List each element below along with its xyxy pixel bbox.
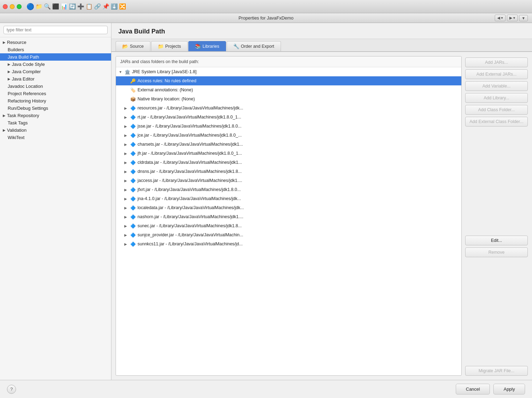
add-jars-button[interactable]: Add JARs... bbox=[465, 58, 528, 67]
lib-item-jce-jar[interactable]: ▶ 🔷 jce.jar - /Library/Java/JavaVirtualM… bbox=[116, 131, 461, 140]
edit-button[interactable]: Edit... bbox=[465, 236, 528, 245]
sidebar-item-java-editor[interactable]: ▶ Java Editor bbox=[0, 75, 111, 83]
jar-icon: 🔷 bbox=[130, 205, 136, 211]
add-external-jars-button[interactable]: Add External JARs... bbox=[465, 69, 528, 79]
sidebar-item-label: Java Compiler bbox=[12, 69, 41, 74]
jar-icon: 🔷 bbox=[130, 186, 136, 193]
lib-item-nashorn-jar[interactable]: ▶ 🔷 nashorn.jar - /Library/Java/JavaVirt… bbox=[116, 212, 461, 221]
remove-button[interactable]: Remove bbox=[465, 247, 528, 257]
expand-icon: ▶ bbox=[124, 233, 128, 237]
expand-icon: ▶ bbox=[124, 152, 128, 155]
add-variable-button[interactable]: Add Variable... bbox=[465, 81, 528, 91]
apply-button[interactable]: Apply bbox=[493, 384, 525, 395]
expand-icon: ▶ bbox=[3, 114, 6, 117]
sidebar-item-label: Validation bbox=[7, 128, 26, 133]
annotation-icon: 🏷️ bbox=[130, 87, 136, 93]
page-header: Java Build Path bbox=[111, 23, 532, 39]
forward-button[interactable]: ▶ ▾ bbox=[507, 15, 518, 21]
expand-icon: ▶ bbox=[8, 77, 10, 81]
close-button[interactable] bbox=[3, 4, 8, 9]
lib-item-sunec-jar[interactable]: ▶ 🔷 sunec.jar - /Library/Java/JavaVirtua… bbox=[116, 221, 461, 230]
native-icon: 📦 bbox=[130, 96, 136, 102]
lib-item-label: jfxrt.jar - /Library/Java/JavaVirtualMac… bbox=[138, 187, 241, 192]
cancel-button[interactable]: Cancel bbox=[456, 384, 490, 395]
add-external-class-folder-button[interactable]: Add External Class Folder... bbox=[465, 117, 528, 127]
content-area: Java Build Path 📂 Source 📁 Projects 📚 Li… bbox=[111, 23, 532, 380]
lib-item-localedata-jar[interactable]: ▶ 🔷 localedata.jar - /Library/Java/JavaV… bbox=[116, 203, 461, 212]
expand-icon: ▶ bbox=[124, 179, 128, 183]
toolbar: 🔵 📁 🔍 ⬛ 📊 🔄 ➕ 📋 🔗 📌 ⬇️ 🔀 bbox=[0, 0, 532, 13]
title-bar: Properties for JavaFxDemo ◀ ▾ ▶ ▾ ▼ bbox=[0, 13, 532, 23]
sidebar-item-label: Java Code Style bbox=[12, 62, 45, 67]
sidebar-item-task-repository[interactable]: ▶ Task Repository bbox=[0, 112, 111, 119]
sidebar-item-label: Builders bbox=[8, 47, 24, 52]
order-export-icon: 🔧 bbox=[233, 44, 239, 49]
maximize-button[interactable] bbox=[17, 4, 22, 9]
lib-item-label: jce.jar - /Library/Java/JavaVirtualMachi… bbox=[138, 133, 242, 138]
lib-item-access-rules[interactable]: 🔑 Access rules: No rules defined bbox=[116, 76, 461, 85]
panel-body: JARs and class folders on the build path… bbox=[111, 52, 532, 380]
lib-item-resources-jar[interactable]: ▶ 🔷 resources.jar - /Library/Java/JavaVi… bbox=[116, 104, 461, 113]
sidebar-item-java-compiler[interactable]: ▶ Java Compiler bbox=[0, 68, 111, 75]
expand-icon: ▶ bbox=[124, 106, 128, 110]
lib-item-sunnkcs11-jar[interactable]: ▶ 🔷 sunnkcs11.jar - /Library/Java/JavaVi… bbox=[116, 239, 461, 248]
jar-icon: 🔷 bbox=[130, 177, 136, 184]
sidebar-item-project-references[interactable]: Project References bbox=[0, 90, 111, 97]
lib-item-jna-jar[interactable]: ▶ 🔷 jna-4.1.0.jar - /Library/Java/JavaVi… bbox=[116, 194, 461, 203]
lib-item-jre-system-lib[interactable]: ▼ 🏛️ JRE System Library [JavaSE-1.8] bbox=[116, 67, 461, 76]
nav-arrows: ◀ ▾ ▶ ▾ ▼ bbox=[495, 15, 528, 21]
tab-projects[interactable]: 📁 Projects bbox=[151, 41, 188, 51]
sidebar-item-refactoring-history[interactable]: Refactoring History bbox=[0, 97, 111, 105]
lib-item-dnsns-jar[interactable]: ▶ 🔷 dnsns.jar - /Library/Java/JavaVirtua… bbox=[116, 167, 461, 176]
tab-projects-label: Projects bbox=[165, 44, 181, 49]
sidebar-item-label: Run/Debug Settings bbox=[8, 106, 48, 111]
sidebar-item-label: Java Build Path bbox=[8, 54, 39, 60]
sidebar-item-validation[interactable]: ▶ Validation bbox=[0, 127, 111, 134]
lib-item-jsse-jar[interactable]: ▶ 🔷 jsse.jar - /Library/Java/JavaVirtual… bbox=[116, 122, 461, 131]
add-library-button[interactable]: Add Library... bbox=[465, 93, 528, 103]
minimize-button[interactable] bbox=[10, 4, 15, 9]
footer-buttons: Cancel Apply bbox=[456, 384, 525, 395]
add-class-folder-button[interactable]: Add Class Folder... bbox=[465, 105, 528, 115]
tab-source[interactable]: 📂 Source bbox=[116, 41, 150, 51]
help-button[interactable]: ? bbox=[7, 385, 16, 394]
lib-item-native-library[interactable]: 📦 Native library location: (None) bbox=[116, 94, 461, 104]
lib-item-jfxrt-jar[interactable]: ▶ 🔷 jfxrt.jar - /Library/Java/JavaVirtua… bbox=[116, 185, 461, 194]
expand-icon: ▶ bbox=[124, 242, 128, 246]
menu-button[interactable]: ▼ bbox=[519, 15, 528, 21]
window-title: Properties for JavaFxDemo bbox=[238, 15, 294, 21]
sidebar: ▶ Resource Builders Java Build Path ▶ Ja… bbox=[0, 23, 111, 380]
tab-order-export-label: Order and Export bbox=[241, 44, 274, 49]
sidebar-item-java-code-style[interactable]: ▶ Java Code Style bbox=[0, 61, 111, 68]
sidebar-item-task-tags[interactable]: Task Tags bbox=[0, 119, 111, 127]
lib-item-sunjce-jar[interactable]: ▶ 🔷 sunjce_provider.jar - /Library/Java/… bbox=[116, 230, 461, 239]
sidebar-item-label: Java Editor bbox=[12, 76, 34, 82]
sidebar-item-label: Refactoring History bbox=[8, 98, 46, 104]
sidebar-item-java-build-path[interactable]: Java Build Path bbox=[0, 53, 111, 61]
tab-libraries[interactable]: 📚 Libraries bbox=[188, 41, 226, 51]
tab-order-export[interactable]: 🔧 Order and Export bbox=[227, 41, 281, 51]
sidebar-item-run-debug-settings[interactable]: Run/Debug Settings bbox=[0, 105, 111, 112]
lib-item-charsets-jar[interactable]: ▶ 🔷 charsets.jar - /Library/Java/JavaVir… bbox=[116, 140, 461, 149]
back-button[interactable]: ◀ ▾ bbox=[495, 15, 506, 21]
lib-item-label: jsse.jar - /Library/Java/JavaVirtualMach… bbox=[138, 124, 242, 129]
jar-icon: 🔷 bbox=[130, 196, 136, 202]
lib-item-label: dnsns.jar - /Library/Java/JavaVirtualMac… bbox=[138, 169, 242, 174]
lib-item-rt-jar[interactable]: ▶ 🔷 rt.jar - /Library/Java/JavaVirtualMa… bbox=[116, 113, 461, 122]
lib-item-jaccess-jar[interactable]: ▶ 🔷 jaccess.jar - /Library/Java/JavaVirt… bbox=[116, 176, 461, 185]
migrate-jar-button[interactable]: Migrate JAR File... bbox=[465, 366, 528, 376]
source-icon: 📂 bbox=[122, 44, 128, 49]
sidebar-item-builders[interactable]: Builders bbox=[0, 46, 111, 53]
lib-item-external-annotations[interactable]: 🏷️ External annotations: (None) bbox=[116, 85, 461, 94]
jar-icon: 🔷 bbox=[130, 214, 136, 220]
sidebar-item-resource[interactable]: ▶ Resource bbox=[0, 39, 111, 46]
sidebar-item-wikitext[interactable]: WikiText bbox=[0, 134, 111, 141]
lib-item-cldrdata-jar[interactable]: ▶ 🔷 cldrdata.jar - /Library/Java/JavaVir… bbox=[116, 158, 461, 167]
lib-item-jfr-jar[interactable]: ▶ 🔷 jfr.jar - /Library/Java/JavaVirtualM… bbox=[116, 149, 461, 158]
traffic-lights bbox=[3, 4, 22, 9]
filter-input[interactable] bbox=[3, 26, 108, 34]
page-title: Java Build Path bbox=[118, 28, 165, 35]
filter-container bbox=[0, 23, 111, 37]
sidebar-item-javadoc-location[interactable]: Javadoc Location bbox=[0, 83, 111, 90]
library-tree: ▼ 🏛️ JRE System Library [JavaSE-1.8] 🔑 A… bbox=[116, 67, 461, 375]
